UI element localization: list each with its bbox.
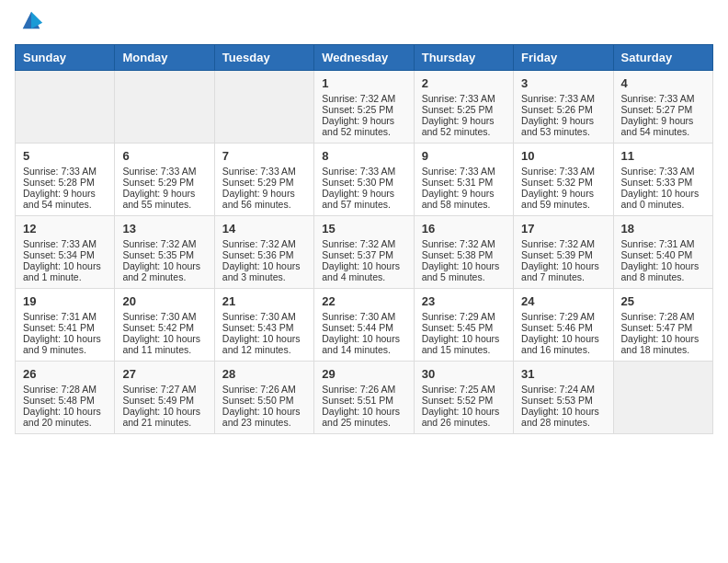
sunrise-text: Sunrise: 7:27 AM — [122, 384, 206, 395]
day-number: 31 — [521, 367, 605, 381]
calendar-cell: 3Sunrise: 7:33 AMSunset: 5:26 PMDaylight… — [514, 71, 613, 144]
daylight-text: Daylight: 9 hours and 52 minutes. — [322, 115, 405, 137]
calendar-cell: 26Sunrise: 7:28 AMSunset: 5:48 PMDayligh… — [16, 362, 115, 434]
day-number: 21 — [222, 294, 306, 308]
daylight-text: Daylight: 10 hours and 25 minutes. — [322, 406, 405, 428]
sunset-text: Sunset: 5:36 PM — [222, 249, 306, 260]
sunset-text: Sunset: 5:51 PM — [322, 395, 405, 406]
daylight-text: Daylight: 10 hours and 7 minutes. — [521, 260, 605, 282]
calendar-cell: 14Sunrise: 7:32 AMSunset: 5:36 PMDayligh… — [214, 216, 313, 289]
sunrise-text: Sunrise: 7:29 AM — [422, 311, 506, 322]
calendar-cell: 12Sunrise: 7:33 AMSunset: 5:34 PMDayligh… — [16, 216, 115, 289]
sunset-text: Sunset: 5:31 PM — [422, 177, 506, 188]
sunrise-text: Sunrise: 7:30 AM — [322, 311, 405, 322]
calendar-cell: 13Sunrise: 7:32 AMSunset: 5:35 PMDayligh… — [115, 216, 214, 289]
weekday-header: Wednesday — [314, 45, 414, 71]
sunrise-text: Sunrise: 7:25 AM — [422, 384, 506, 395]
sunrise-text: Sunrise: 7:29 AM — [521, 311, 605, 322]
sunset-text: Sunset: 5:47 PM — [621, 322, 705, 333]
day-number: 24 — [521, 294, 605, 308]
daylight-text: Daylight: 9 hours and 53 minutes. — [521, 115, 605, 137]
calendar-cell: 31Sunrise: 7:24 AMSunset: 5:53 PMDayligh… — [514, 362, 613, 434]
sunrise-text: Sunrise: 7:26 AM — [222, 384, 306, 395]
day-number: 14 — [222, 222, 306, 236]
sunset-text: Sunset: 5:27 PM — [621, 104, 705, 115]
day-number: 13 — [122, 222, 206, 236]
sunrise-text: Sunrise: 7:33 AM — [621, 93, 705, 104]
sunrise-text: Sunrise: 7:32 AM — [322, 238, 405, 249]
daylight-text: Daylight: 10 hours and 3 minutes. — [222, 260, 306, 282]
day-number: 1 — [322, 76, 405, 90]
sunset-text: Sunset: 5:46 PM — [521, 322, 605, 333]
day-number: 6 — [122, 149, 206, 163]
daylight-text: Daylight: 10 hours and 1 minute. — [23, 260, 107, 282]
daylight-text: Daylight: 10 hours and 16 minutes. — [521, 333, 605, 355]
sunrise-text: Sunrise: 7:30 AM — [122, 311, 206, 322]
weekday-header: Friday — [514, 45, 613, 71]
daylight-text: Daylight: 10 hours and 15 minutes. — [422, 333, 506, 355]
sunrise-text: Sunrise: 7:32 AM — [122, 238, 206, 249]
calendar-cell: 10Sunrise: 7:33 AMSunset: 5:32 PMDayligh… — [514, 144, 613, 216]
day-number: 18 — [621, 222, 705, 236]
sunset-text: Sunset: 5:41 PM — [23, 322, 107, 333]
calendar-cell: 25Sunrise: 7:28 AMSunset: 5:47 PMDayligh… — [613, 289, 712, 362]
sunrise-text: Sunrise: 7:28 AM — [23, 384, 107, 395]
sunset-text: Sunset: 5:37 PM — [322, 249, 405, 260]
sunset-text: Sunset: 5:39 PM — [521, 249, 605, 260]
calendar-cell: 17Sunrise: 7:32 AMSunset: 5:39 PMDayligh… — [514, 216, 613, 289]
calendar-cell: 8Sunrise: 7:33 AMSunset: 5:30 PMDaylight… — [314, 144, 414, 216]
sunset-text: Sunset: 5:44 PM — [322, 322, 405, 333]
calendar-cell: 7Sunrise: 7:33 AMSunset: 5:29 PMDaylight… — [214, 144, 313, 216]
calendar-cell: 22Sunrise: 7:30 AMSunset: 5:44 PMDayligh… — [314, 289, 414, 362]
calendar-cell: 15Sunrise: 7:32 AMSunset: 5:37 PMDayligh… — [314, 216, 414, 289]
daylight-text: Daylight: 9 hours and 52 minutes. — [422, 115, 506, 137]
sunset-text: Sunset: 5:43 PM — [222, 322, 306, 333]
sunrise-text: Sunrise: 7:31 AM — [621, 238, 705, 249]
daylight-text: Daylight: 10 hours and 28 minutes. — [521, 406, 605, 428]
sunset-text: Sunset: 5:26 PM — [521, 104, 605, 115]
sunset-text: Sunset: 5:38 PM — [422, 249, 506, 260]
calendar-cell: 4Sunrise: 7:33 AMSunset: 5:27 PMDaylight… — [613, 71, 712, 144]
daylight-text: Daylight: 10 hours and 12 minutes. — [222, 333, 306, 355]
sunset-text: Sunset: 5:25 PM — [422, 104, 506, 115]
sunrise-text: Sunrise: 7:33 AM — [322, 166, 405, 177]
day-number: 5 — [23, 149, 107, 163]
calendar-table: SundayMondayTuesdayWednesdayThursdayFrid… — [15, 44, 713, 434]
day-number: 20 — [122, 294, 206, 308]
calendar-week-row: 1Sunrise: 7:32 AMSunset: 5:25 PMDaylight… — [16, 71, 713, 144]
calendar-cell — [115, 71, 214, 144]
calendar-cell: 27Sunrise: 7:27 AMSunset: 5:49 PMDayligh… — [115, 362, 214, 434]
calendar-week-row: 26Sunrise: 7:28 AMSunset: 5:48 PMDayligh… — [16, 362, 713, 434]
sunset-text: Sunset: 5:45 PM — [422, 322, 506, 333]
calendar-week-row: 5Sunrise: 7:33 AMSunset: 5:28 PMDaylight… — [16, 144, 713, 216]
sunset-text: Sunset: 5:30 PM — [322, 177, 405, 188]
calendar-week-row: 12Sunrise: 7:33 AMSunset: 5:34 PMDayligh… — [16, 216, 713, 289]
calendar-cell: 6Sunrise: 7:33 AMSunset: 5:29 PMDaylight… — [115, 144, 214, 216]
day-number: 7 — [222, 149, 306, 163]
sunrise-text: Sunrise: 7:32 AM — [422, 238, 506, 249]
calendar-cell: 2Sunrise: 7:33 AMSunset: 5:25 PMDaylight… — [414, 71, 513, 144]
sunrise-text: Sunrise: 7:32 AM — [322, 93, 405, 104]
weekday-header: Saturday — [613, 45, 712, 71]
daylight-text: Daylight: 9 hours and 59 minutes. — [521, 188, 605, 210]
page-header — [15, 15, 713, 33]
sunrise-text: Sunrise: 7:33 AM — [222, 166, 306, 177]
calendar-week-row: 19Sunrise: 7:31 AMSunset: 5:41 PMDayligh… — [16, 289, 713, 362]
calendar-cell: 16Sunrise: 7:32 AMSunset: 5:38 PMDayligh… — [414, 216, 513, 289]
calendar-cell: 29Sunrise: 7:26 AMSunset: 5:51 PMDayligh… — [314, 362, 414, 434]
sunrise-text: Sunrise: 7:31 AM — [23, 311, 107, 322]
day-number: 17 — [521, 222, 605, 236]
sunrise-text: Sunrise: 7:33 AM — [422, 166, 506, 177]
daylight-text: Daylight: 10 hours and 26 minutes. — [422, 406, 506, 428]
day-number: 2 — [422, 76, 506, 90]
calendar-cell: 20Sunrise: 7:30 AMSunset: 5:42 PMDayligh… — [115, 289, 214, 362]
daylight-text: Daylight: 10 hours and 0 minutes. — [621, 188, 705, 210]
logo-icon — [18, 7, 44, 33]
weekday-header: Sunday — [16, 45, 115, 71]
daylight-text: Daylight: 10 hours and 11 minutes. — [122, 333, 206, 355]
sunset-text: Sunset: 5:34 PM — [23, 249, 107, 260]
daylight-text: Daylight: 10 hours and 2 minutes. — [122, 260, 206, 282]
sunrise-text: Sunrise: 7:32 AM — [521, 238, 605, 249]
calendar-cell: 1Sunrise: 7:32 AMSunset: 5:25 PMDaylight… — [314, 71, 414, 144]
calendar-cell: 30Sunrise: 7:25 AMSunset: 5:52 PMDayligh… — [414, 362, 513, 434]
